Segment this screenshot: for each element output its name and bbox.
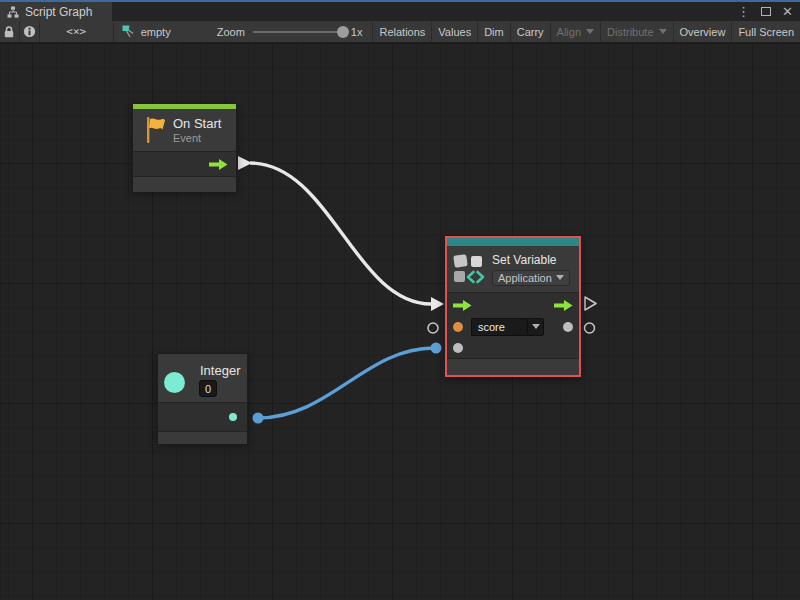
values-button[interactable]: Values	[432, 21, 478, 42]
relations-button[interactable]: Relations	[372, 21, 432, 42]
flow-output-pin[interactable]	[585, 297, 596, 310]
node-header: On Start Event	[133, 109, 236, 151]
tab-script-graph[interactable]: Script Graph	[0, 2, 112, 21]
menu-icon[interactable]: ⋮	[737, 5, 750, 18]
graph-hierarchy-icon	[7, 6, 19, 18]
node-on-start[interactable]: On Start Event	[132, 103, 237, 191]
flow-output-port[interactable]	[209, 158, 228, 171]
info-icon	[23, 25, 36, 38]
value-output-port[interactable]	[563, 322, 573, 332]
chevron-down-icon	[532, 324, 540, 329]
maximize-icon[interactable]	[761, 7, 771, 16]
set-variable-icon	[452, 252, 486, 286]
node-footer	[133, 177, 236, 192]
focus-accent-line	[0, 0, 800, 2]
node-subtitle: Event	[173, 132, 221, 144]
graph-reference[interactable]: empty	[114, 21, 181, 42]
value-connection-wire[interactable]	[258, 348, 434, 418]
name-input-pin[interactable]	[428, 323, 438, 333]
lock-icon	[3, 25, 15, 39]
window-controls: ⋮ ✕	[737, 2, 800, 21]
chevron-down-icon	[586, 29, 594, 34]
tab-label: Script Graph	[25, 5, 92, 19]
node-titles: Set Variable Application	[492, 253, 570, 286]
node-ports: score	[447, 293, 579, 358]
node-ports	[158, 403, 247, 431]
variable-name-input[interactable]: score	[471, 318, 527, 336]
overview-button[interactable]: Overview	[674, 21, 733, 42]
zoom-slider-handle[interactable]	[337, 26, 349, 38]
script-graph-window: Script Graph ⋮ ✕ <×>	[0, 0, 800, 600]
integer-type-icon	[164, 372, 185, 393]
variable-name-dropdown-button[interactable]	[527, 318, 544, 336]
value-wire-end-dot[interactable]	[431, 343, 442, 354]
chevron-down-icon	[556, 275, 564, 280]
value-port-row	[447, 337, 579, 358]
node-footer	[447, 359, 579, 375]
inspect-button[interactable]	[20, 21, 40, 42]
align-button: Align	[551, 21, 601, 42]
lock-button[interactable]	[0, 21, 20, 42]
graph-toolbar: <×> empty Zoom 1x Relations Values Dim C…	[0, 21, 800, 43]
variable-name-field: score	[471, 318, 544, 336]
variable-kind-dropdown[interactable]: Application	[492, 270, 570, 286]
edit-source-button[interactable]: <×>	[40, 21, 114, 42]
node-titles: On Start Event	[173, 116, 221, 144]
title-bar: Script Graph ⋮ ✕	[0, 0, 800, 21]
graph-ref-label: empty	[141, 26, 171, 38]
flow-wire-end-arrow	[431, 297, 444, 311]
node-header: Set Variable Application	[447, 246, 579, 292]
chevron-down-icon	[659, 29, 667, 34]
name-port-row: score	[447, 316, 579, 337]
flow-input-port[interactable]	[453, 299, 472, 312]
zoom-value: 1x	[351, 26, 363, 38]
node-title: Set Variable	[492, 253, 570, 267]
node-integer[interactable]: Integer 0	[157, 353, 248, 443]
value-wire-start-dot[interactable]	[253, 413, 264, 424]
node-ports	[133, 152, 236, 176]
dim-button[interactable]: Dim	[478, 21, 511, 42]
integer-value-field[interactable]: 0	[199, 380, 217, 397]
graph-ref-icon	[122, 25, 136, 38]
variable-kind-label: Application	[498, 272, 552, 284]
flow-output-port[interactable]	[554, 299, 573, 312]
node-set-variable[interactable]: Set Variable Application	[445, 236, 581, 377]
zoom-control: Zoom 1x	[181, 21, 373, 42]
flow-wire-start-arrow[interactable]	[238, 156, 252, 170]
close-icon[interactable]: ✕	[782, 5, 793, 18]
fullscreen-button[interactable]: Full Screen	[732, 21, 800, 42]
value-output-port[interactable]	[229, 413, 237, 421]
node-header: Integer 0	[158, 354, 247, 402]
graph-canvas[interactable]: On Start Event Integer 0	[0, 43, 800, 600]
node-title: Integer	[200, 363, 240, 378]
flag-icon	[145, 116, 167, 144]
distribute-button: Distribute	[601, 21, 673, 42]
node-footer	[158, 432, 247, 444]
toolbar-right-group: Relations Values Dim Carry Align Distrib…	[372, 21, 800, 42]
connection-layer	[0, 43, 800, 600]
flow-port-row	[447, 295, 579, 316]
name-input-port[interactable]	[453, 322, 463, 332]
node-title: On Start	[173, 116, 221, 131]
value-output-pin[interactable]	[585, 323, 595, 333]
zoom-label: Zoom	[217, 26, 245, 38]
variable-accent-bar	[447, 238, 579, 246]
value-input-port[interactable]	[453, 343, 463, 353]
zoom-slider[interactable]	[253, 31, 343, 33]
flow-connection-wire[interactable]	[250, 163, 431, 304]
carry-button[interactable]: Carry	[511, 21, 551, 42]
